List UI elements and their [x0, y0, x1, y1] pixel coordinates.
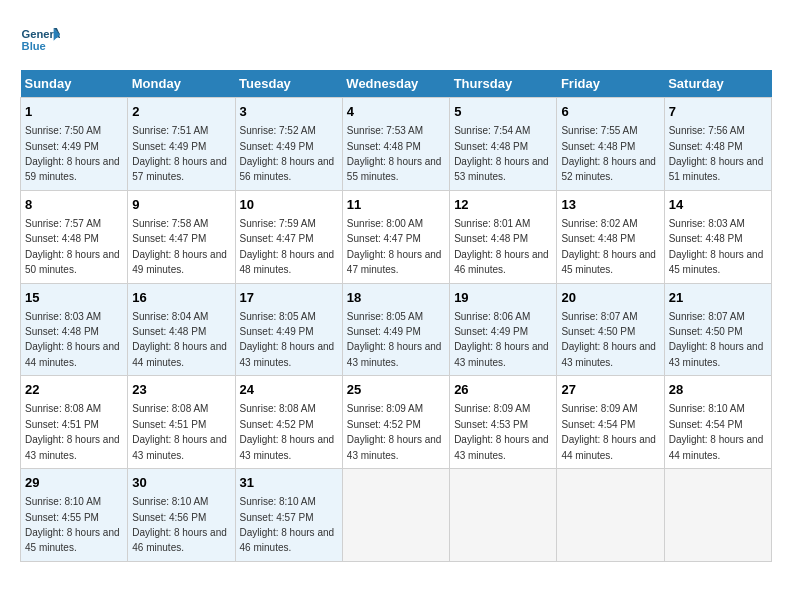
calendar-week-row: 1 Sunrise: 7:50 AMSunset: 4:49 PMDayligh…: [21, 98, 772, 191]
calendar-week-row: 8 Sunrise: 7:57 AMSunset: 4:48 PMDayligh…: [21, 190, 772, 283]
calendar-week-row: 15 Sunrise: 8:03 AMSunset: 4:48 PMDaylig…: [21, 283, 772, 376]
day-number: 16: [132, 289, 230, 307]
calendar-cell: 9 Sunrise: 7:58 AMSunset: 4:47 PMDayligh…: [128, 190, 235, 283]
day-number: 26: [454, 381, 552, 399]
day-number: 20: [561, 289, 659, 307]
day-info: Sunrise: 8:08 AMSunset: 4:51 PMDaylight:…: [25, 403, 120, 460]
day-number: 2: [132, 103, 230, 121]
calendar-week-row: 29 Sunrise: 8:10 AMSunset: 4:55 PMDaylig…: [21, 469, 772, 562]
day-number: 6: [561, 103, 659, 121]
day-info: Sunrise: 8:05 AMSunset: 4:49 PMDaylight:…: [240, 311, 335, 368]
calendar-cell: 27 Sunrise: 8:09 AMSunset: 4:54 PMDaylig…: [557, 376, 664, 469]
weekday-header: Wednesday: [342, 70, 449, 98]
day-info: Sunrise: 8:03 AMSunset: 4:48 PMDaylight:…: [25, 311, 120, 368]
calendar-cell: [664, 469, 771, 562]
calendar-cell: [450, 469, 557, 562]
calendar-cell: 22 Sunrise: 8:08 AMSunset: 4:51 PMDaylig…: [21, 376, 128, 469]
day-info: Sunrise: 7:55 AMSunset: 4:48 PMDaylight:…: [561, 125, 656, 182]
calendar-week-row: 22 Sunrise: 8:08 AMSunset: 4:51 PMDaylig…: [21, 376, 772, 469]
day-number: 11: [347, 196, 445, 214]
day-info: Sunrise: 8:09 AMSunset: 4:54 PMDaylight:…: [561, 403, 656, 460]
day-number: 12: [454, 196, 552, 214]
calendar-cell: 12 Sunrise: 8:01 AMSunset: 4:48 PMDaylig…: [450, 190, 557, 283]
day-number: 1: [25, 103, 123, 121]
day-number: 21: [669, 289, 767, 307]
calendar-cell: [557, 469, 664, 562]
day-info: Sunrise: 8:10 AMSunset: 4:57 PMDaylight:…: [240, 496, 335, 553]
calendar-cell: 26 Sunrise: 8:09 AMSunset: 4:53 PMDaylig…: [450, 376, 557, 469]
day-info: Sunrise: 7:52 AMSunset: 4:49 PMDaylight:…: [240, 125, 335, 182]
day-number: 27: [561, 381, 659, 399]
logo: General Blue: [20, 20, 64, 60]
calendar-cell: 5 Sunrise: 7:54 AMSunset: 4:48 PMDayligh…: [450, 98, 557, 191]
calendar-cell: 29 Sunrise: 8:10 AMSunset: 4:55 PMDaylig…: [21, 469, 128, 562]
day-number: 3: [240, 103, 338, 121]
day-info: Sunrise: 8:07 AMSunset: 4:50 PMDaylight:…: [669, 311, 764, 368]
calendar-table: SundayMondayTuesdayWednesdayThursdayFrid…: [20, 70, 772, 562]
calendar-cell: 1 Sunrise: 7:50 AMSunset: 4:49 PMDayligh…: [21, 98, 128, 191]
day-number: 9: [132, 196, 230, 214]
calendar-cell: 10 Sunrise: 7:59 AMSunset: 4:47 PMDaylig…: [235, 190, 342, 283]
day-number: 24: [240, 381, 338, 399]
day-info: Sunrise: 8:09 AMSunset: 4:53 PMDaylight:…: [454, 403, 549, 460]
day-info: Sunrise: 8:10 AMSunset: 4:54 PMDaylight:…: [669, 403, 764, 460]
calendar-cell: 18 Sunrise: 8:05 AMSunset: 4:49 PMDaylig…: [342, 283, 449, 376]
calendar-cell: 17 Sunrise: 8:05 AMSunset: 4:49 PMDaylig…: [235, 283, 342, 376]
day-info: Sunrise: 8:08 AMSunset: 4:52 PMDaylight:…: [240, 403, 335, 460]
calendar-cell: 2 Sunrise: 7:51 AMSunset: 4:49 PMDayligh…: [128, 98, 235, 191]
weekday-header: Friday: [557, 70, 664, 98]
calendar-cell: 8 Sunrise: 7:57 AMSunset: 4:48 PMDayligh…: [21, 190, 128, 283]
day-number: 29: [25, 474, 123, 492]
day-number: 31: [240, 474, 338, 492]
calendar-cell: 20 Sunrise: 8:07 AMSunset: 4:50 PMDaylig…: [557, 283, 664, 376]
day-info: Sunrise: 7:56 AMSunset: 4:48 PMDaylight:…: [669, 125, 764, 182]
day-number: 30: [132, 474, 230, 492]
weekday-header: Sunday: [21, 70, 128, 98]
day-info: Sunrise: 7:57 AMSunset: 4:48 PMDaylight:…: [25, 218, 120, 275]
day-number: 14: [669, 196, 767, 214]
day-number: 7: [669, 103, 767, 121]
day-info: Sunrise: 7:51 AMSunset: 4:49 PMDaylight:…: [132, 125, 227, 182]
day-info: Sunrise: 8:06 AMSunset: 4:49 PMDaylight:…: [454, 311, 549, 368]
day-number: 25: [347, 381, 445, 399]
calendar-cell: 13 Sunrise: 8:02 AMSunset: 4:48 PMDaylig…: [557, 190, 664, 283]
day-info: Sunrise: 7:59 AMSunset: 4:47 PMDaylight:…: [240, 218, 335, 275]
calendar-cell: 25 Sunrise: 8:09 AMSunset: 4:52 PMDaylig…: [342, 376, 449, 469]
calendar-cell: 15 Sunrise: 8:03 AMSunset: 4:48 PMDaylig…: [21, 283, 128, 376]
day-info: Sunrise: 8:04 AMSunset: 4:48 PMDaylight:…: [132, 311, 227, 368]
day-number: 13: [561, 196, 659, 214]
day-info: Sunrise: 8:10 AMSunset: 4:55 PMDaylight:…: [25, 496, 120, 553]
day-info: Sunrise: 8:09 AMSunset: 4:52 PMDaylight:…: [347, 403, 442, 460]
day-number: 5: [454, 103, 552, 121]
day-info: Sunrise: 8:00 AMSunset: 4:47 PMDaylight:…: [347, 218, 442, 275]
day-info: Sunrise: 8:10 AMSunset: 4:56 PMDaylight:…: [132, 496, 227, 553]
calendar-cell: 16 Sunrise: 8:04 AMSunset: 4:48 PMDaylig…: [128, 283, 235, 376]
day-info: Sunrise: 7:54 AMSunset: 4:48 PMDaylight:…: [454, 125, 549, 182]
calendar-cell: 24 Sunrise: 8:08 AMSunset: 4:52 PMDaylig…: [235, 376, 342, 469]
calendar-cell: 30 Sunrise: 8:10 AMSunset: 4:56 PMDaylig…: [128, 469, 235, 562]
calendar-cell: 31 Sunrise: 8:10 AMSunset: 4:57 PMDaylig…: [235, 469, 342, 562]
calendar-cell: [342, 469, 449, 562]
weekday-header: Monday: [128, 70, 235, 98]
logo-icon: General Blue: [20, 20, 60, 60]
day-number: 28: [669, 381, 767, 399]
day-number: 10: [240, 196, 338, 214]
day-info: Sunrise: 7:58 AMSunset: 4:47 PMDaylight:…: [132, 218, 227, 275]
weekday-header: Saturday: [664, 70, 771, 98]
weekday-header: Tuesday: [235, 70, 342, 98]
day-info: Sunrise: 8:02 AMSunset: 4:48 PMDaylight:…: [561, 218, 656, 275]
calendar-header-row: SundayMondayTuesdayWednesdayThursdayFrid…: [21, 70, 772, 98]
calendar-cell: 28 Sunrise: 8:10 AMSunset: 4:54 PMDaylig…: [664, 376, 771, 469]
day-number: 15: [25, 289, 123, 307]
day-info: Sunrise: 7:50 AMSunset: 4:49 PMDaylight:…: [25, 125, 120, 182]
day-info: Sunrise: 8:07 AMSunset: 4:50 PMDaylight:…: [561, 311, 656, 368]
calendar-cell: 7 Sunrise: 7:56 AMSunset: 4:48 PMDayligh…: [664, 98, 771, 191]
day-number: 22: [25, 381, 123, 399]
day-number: 8: [25, 196, 123, 214]
day-info: Sunrise: 8:03 AMSunset: 4:48 PMDaylight:…: [669, 218, 764, 275]
calendar-cell: 4 Sunrise: 7:53 AMSunset: 4:48 PMDayligh…: [342, 98, 449, 191]
calendar-cell: 19 Sunrise: 8:06 AMSunset: 4:49 PMDaylig…: [450, 283, 557, 376]
calendar-cell: 3 Sunrise: 7:52 AMSunset: 4:49 PMDayligh…: [235, 98, 342, 191]
day-info: Sunrise: 8:08 AMSunset: 4:51 PMDaylight:…: [132, 403, 227, 460]
day-number: 4: [347, 103, 445, 121]
